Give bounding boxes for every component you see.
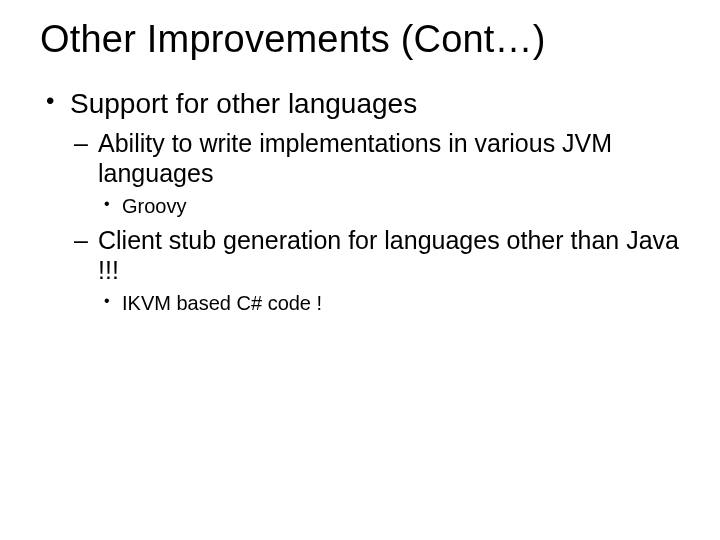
- bullet-text: Client stub generation for languages oth…: [98, 226, 679, 284]
- bullet-list: IKVM based C# code !: [98, 291, 680, 316]
- bullet-list: Groovy: [98, 194, 680, 219]
- slide: Other Improvements (Cont…) Support for o…: [0, 0, 720, 540]
- list-item: Support for other languages Ability to w…: [40, 87, 680, 316]
- list-item: IKVM based C# code !: [98, 291, 680, 316]
- bullet-text: Ability to write implementations in vari…: [98, 129, 612, 187]
- list-item: Client stub generation for languages oth…: [70, 225, 680, 316]
- bullet-list: Support for other languages Ability to w…: [40, 87, 680, 316]
- bullet-list: Ability to write implementations in vari…: [70, 128, 680, 316]
- list-item: Groovy: [98, 194, 680, 219]
- bullet-text: Support for other languages: [70, 88, 417, 119]
- bullet-text: Groovy: [122, 195, 186, 217]
- list-item: Ability to write implementations in vari…: [70, 128, 680, 219]
- bullet-text: IKVM based C# code !: [122, 292, 322, 314]
- slide-title: Other Improvements (Cont…): [40, 18, 680, 61]
